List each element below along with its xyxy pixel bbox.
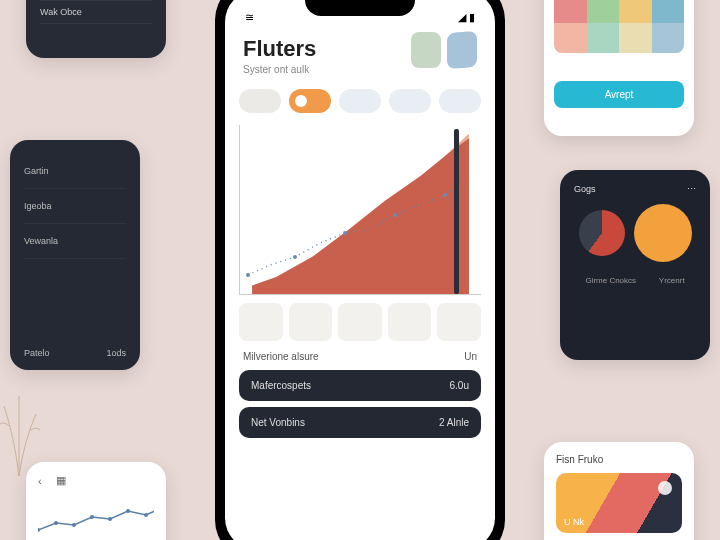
menu-item[interactable]: Vewanla <box>24 224 126 259</box>
thumb-item[interactable] <box>289 303 333 341</box>
thumb-item[interactable] <box>437 303 481 341</box>
svg-point-10 <box>343 231 347 235</box>
svg-point-1 <box>54 521 58 525</box>
swatch-icon <box>411 32 441 68</box>
card-chip-icon <box>658 481 672 495</box>
menu-card-mid-left: Gartin Igeoba Vewanla Patelo 1ods <box>10 140 140 370</box>
credit-card-widget: Fisn Fruko U Nk <box>544 442 694 540</box>
menu-card-top-left: Agel laceto Wak Obce <box>26 0 166 58</box>
menu-item[interactable]: Igeoba <box>24 189 126 224</box>
palette-swatch[interactable] <box>587 0 620 23</box>
sparkline <box>38 495 154 540</box>
footer-value: 1ods <box>106 348 126 358</box>
grid-icon[interactable]: ▦ <box>56 474 66 487</box>
svg-point-4 <box>108 517 112 521</box>
status-right: ◢ ▮ <box>458 11 475 24</box>
status-left: ≅ <box>245 11 254 24</box>
gauge-label: Yrcenrt <box>659 276 685 285</box>
palette-card: Naices Avrept <box>544 0 694 136</box>
accept-button[interactable]: Avrept <box>554 81 684 108</box>
metric-row[interactable]: Mafercospets 6.0u <box>239 370 481 401</box>
more-icon[interactable]: ⋯ <box>687 184 696 194</box>
svg-point-9 <box>293 255 297 259</box>
svg-point-2 <box>72 523 76 527</box>
mini-chart-card: ‹ ▦ <box>26 462 166 540</box>
palette-swatch[interactable] <box>619 0 652 23</box>
metric-value: 2 Alnle <box>439 417 469 428</box>
card-holder-name: U Nk <box>564 517 584 527</box>
section-title: Milverione alsure <box>243 351 319 362</box>
thumb-item[interactable] <box>388 303 432 341</box>
filter-pills <box>225 79 495 119</box>
thumb-row <box>225 295 495 347</box>
back-icon[interactable]: ‹ <box>38 475 42 487</box>
metric-value: 6.0u <box>450 380 469 391</box>
plant-decor-icon <box>0 386 44 476</box>
palette-swatch[interactable] <box>652 23 685 53</box>
section-action[interactable]: Un <box>464 351 477 362</box>
metric-row[interactable]: Net Vonbins 2 Alnle <box>239 407 481 438</box>
metric-label: Net Vonbins <box>251 417 305 428</box>
thumb-item[interactable] <box>239 303 283 341</box>
filter-pill[interactable] <box>339 89 381 113</box>
phone-notch <box>305 0 415 16</box>
metric-label: Mafercospets <box>251 380 311 391</box>
palette-swatch[interactable] <box>652 0 685 23</box>
card-title: Fisn Fruko <box>556 454 682 465</box>
menu-item[interactable]: Gartin <box>24 154 126 189</box>
svg-point-8 <box>246 273 250 277</box>
palette-swatch[interactable] <box>554 23 587 53</box>
filter-pill[interactable] <box>439 89 481 113</box>
main-chart <box>239 125 481 295</box>
palette-swatch[interactable] <box>554 0 587 23</box>
menu-item[interactable]: Wak Obce <box>40 1 152 24</box>
svg-point-12 <box>443 193 447 197</box>
credit-card[interactable]: U Nk <box>556 473 682 533</box>
gauge-label: Girme Cnokcs <box>585 276 636 285</box>
gauge-ring <box>579 210 625 256</box>
footer-label: Patelo <box>24 348 50 358</box>
palette-swatch[interactable] <box>619 23 652 53</box>
svg-point-6 <box>144 513 148 517</box>
svg-point-11 <box>393 213 397 217</box>
chart-line <box>240 125 481 294</box>
svg-point-5 <box>126 509 130 513</box>
header-swatches <box>411 32 477 68</box>
gauge-card: Gogs ⋯ Girme Cnokcs Yrcenrt <box>560 170 710 360</box>
thumb-item[interactable] <box>338 303 382 341</box>
phone-frame: ≅ ◢ ▮ Fluters Syster ont aulk <box>215 0 505 540</box>
filter-pill[interactable] <box>389 89 431 113</box>
palette-swatch[interactable] <box>587 23 620 53</box>
card-title: Gogs <box>574 184 596 194</box>
swatch-icon <box>447 31 477 69</box>
filter-pill[interactable] <box>239 89 281 113</box>
gauge-circle <box>634 204 692 262</box>
filter-pill-active[interactable] <box>289 89 331 113</box>
chart-cursor[interactable] <box>454 129 459 294</box>
svg-point-3 <box>90 515 94 519</box>
color-palette <box>554 0 684 53</box>
